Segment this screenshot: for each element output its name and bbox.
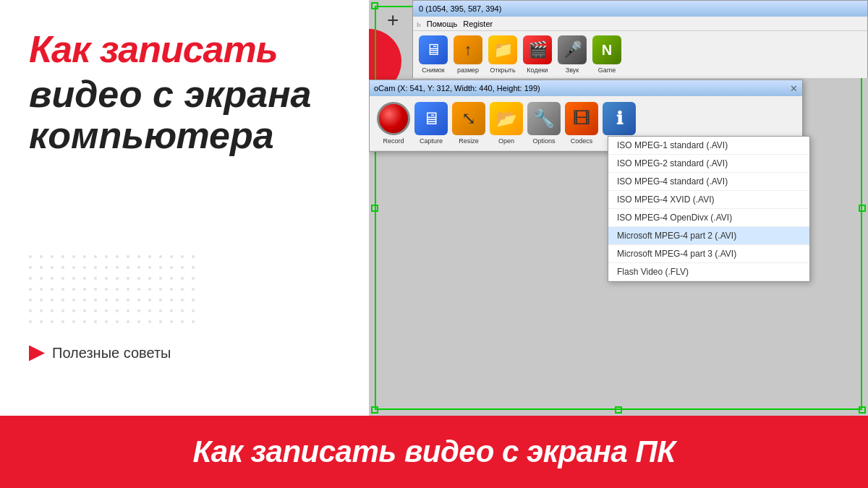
dot bbox=[137, 255, 140, 258]
options-icon: 🔧 bbox=[527, 102, 561, 135]
codec-item-2[interactable]: ISO MPEG-4 standard (.AVI) bbox=[608, 173, 809, 191]
dot bbox=[83, 255, 86, 258]
btn-razmer[interactable]: ↑ размер bbox=[454, 35, 482, 74]
dot bbox=[61, 255, 64, 258]
main-title-dark: видео с экрана компьютера bbox=[29, 74, 347, 156]
plus-sign: + bbox=[387, 9, 399, 32]
btn-snimok[interactable]: 🖥 Снимок bbox=[419, 35, 448, 74]
dot bbox=[61, 320, 64, 323]
dot bbox=[159, 320, 162, 323]
dot bbox=[29, 288, 32, 291]
btn-record[interactable]: Record bbox=[377, 102, 410, 145]
dot bbox=[40, 288, 43, 291]
codecs-film-icon: 🎞 bbox=[565, 102, 598, 135]
game-label: Game bbox=[598, 67, 616, 74]
btn-codecs[interactable]: 🎬 Кодеки bbox=[523, 35, 552, 74]
dot bbox=[192, 288, 195, 291]
codec-item-3[interactable]: ISO MPEG-4 XVID (.AVI) bbox=[608, 191, 809, 209]
dot bbox=[181, 309, 184, 312]
dot bbox=[40, 255, 43, 258]
main-title-red: Как записать bbox=[29, 29, 347, 70]
left-panel: Как записать видео с экрана компьютера f… bbox=[0, 0, 369, 416]
dot bbox=[51, 309, 54, 312]
dot bbox=[105, 309, 108, 312]
dot bbox=[105, 277, 108, 280]
btn-sound[interactable]: 🎤 Звук bbox=[558, 35, 587, 74]
btn-open[interactable]: 📁 Открыть bbox=[488, 35, 517, 74]
dot bbox=[159, 277, 162, 280]
dot bbox=[192, 299, 195, 301]
dot bbox=[72, 320, 75, 323]
dot bbox=[116, 255, 119, 258]
dot bbox=[29, 255, 32, 258]
codec-item-7[interactable]: Flash Video (.FLV) bbox=[608, 263, 809, 281]
dot bbox=[51, 277, 54, 280]
codecs-label: Кодеки bbox=[527, 67, 548, 74]
dot bbox=[94, 309, 97, 312]
bottom-title: Как записать видео с экрана ПК bbox=[192, 435, 675, 469]
codec-item-4[interactable]: ISO MPEG-4 OpenDivx (.AVI) bbox=[608, 209, 809, 227]
dot bbox=[181, 266, 184, 269]
capture-label: Capture bbox=[420, 137, 443, 145]
dot bbox=[181, 320, 184, 323]
dot bbox=[148, 277, 151, 280]
dot bbox=[192, 277, 195, 280]
dot bbox=[116, 299, 119, 301]
btn-codecs-ocam[interactable]: 🎞 Codecs bbox=[565, 102, 598, 145]
dot bbox=[51, 255, 54, 258]
resize-icon: ↑ bbox=[454, 35, 482, 64]
menu-register[interactable]: Register bbox=[463, 20, 493, 28]
dot bbox=[72, 266, 75, 269]
dot bbox=[170, 309, 173, 312]
menu-ellipsis: ь bbox=[417, 20, 421, 28]
codec-item-5[interactable]: Microsoft MPEG-4 part 2 (.AVI) bbox=[608, 227, 809, 245]
dot bbox=[148, 309, 151, 312]
codec-item-6[interactable]: Microsoft MPEG-4 part 3 (.AVI) bbox=[608, 245, 809, 263]
btn-options[interactable]: 🔧 Options bbox=[527, 102, 561, 145]
capture-icon: 🖥 bbox=[414, 102, 448, 135]
snimok-label: Снимок bbox=[422, 67, 445, 74]
dot bbox=[29, 320, 32, 323]
dot bbox=[40, 309, 43, 312]
dot bbox=[61, 309, 64, 312]
dot bbox=[72, 309, 75, 312]
codecs-label: Codecs bbox=[571, 137, 593, 145]
dot bbox=[137, 309, 140, 312]
bottom-banner: Как записать видео с экрана ПК bbox=[0, 416, 868, 488]
dot bbox=[72, 277, 75, 280]
btn-capture[interactable]: 🖥 Capture bbox=[414, 102, 448, 145]
dot bbox=[61, 266, 64, 269]
open-label: Open bbox=[498, 137, 514, 145]
codec-item-0[interactable]: ISO MPEG-1 standard (.AVI) bbox=[608, 137, 809, 155]
dot bbox=[116, 309, 119, 312]
btn-open[interactable]: 📂 Open bbox=[490, 102, 523, 145]
dot bbox=[72, 288, 75, 291]
options-label: Options bbox=[532, 137, 555, 145]
dot bbox=[116, 320, 119, 323]
mic-icon: 🎤 bbox=[558, 35, 587, 64]
menu-help[interactable]: Помощь bbox=[427, 20, 458, 28]
dot bbox=[72, 299, 75, 301]
resize-icon: ⤡ bbox=[452, 102, 485, 135]
dot bbox=[105, 320, 108, 323]
dot bbox=[29, 277, 32, 280]
monitor-icon: 🖥 bbox=[419, 35, 448, 64]
btn-resize[interactable]: ⤡ Resize bbox=[452, 102, 485, 145]
dot bbox=[40, 320, 43, 323]
toolbar-titlebar: 0 (1054, 395, 587, 394) bbox=[413, 1, 867, 17]
dot bbox=[51, 320, 54, 323]
dot bbox=[127, 299, 129, 301]
dot bbox=[137, 299, 140, 301]
btn-game[interactable]: N Game bbox=[592, 35, 621, 74]
dot bbox=[105, 266, 108, 269]
close-button[interactable]: ✕ bbox=[790, 83, 798, 94]
dot bbox=[116, 266, 119, 269]
dot bbox=[94, 255, 97, 258]
dot bbox=[105, 299, 108, 301]
dot bbox=[29, 309, 32, 312]
nvidia-icon: N bbox=[592, 35, 621, 64]
handle-bot-right bbox=[859, 406, 866, 414]
dot bbox=[170, 288, 173, 291]
dot bbox=[170, 320, 173, 323]
codec-item-1[interactable]: ISO MPEG-2 standard (.AVI) bbox=[608, 155, 809, 173]
